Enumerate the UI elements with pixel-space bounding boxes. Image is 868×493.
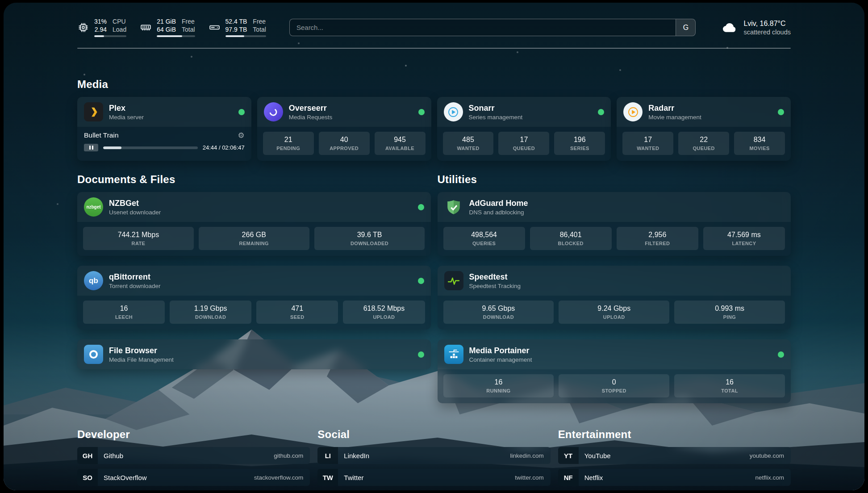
now-playing-title: Bullet Train bbox=[84, 131, 119, 139]
cpu-widget: 31% CPU 2.94 Load bbox=[77, 18, 126, 37]
search-input[interactable] bbox=[289, 19, 696, 36]
memory-total-value: 64 GiB bbox=[157, 26, 176, 33]
disk-usage-bar bbox=[225, 35, 266, 37]
pause-button[interactable] bbox=[84, 144, 98, 151]
bookmark-abbr: YT bbox=[558, 447, 579, 464]
service-link-filebrowser[interactable]: File Browser Media File Management bbox=[77, 339, 431, 369]
disk-widget: 52.4 TB Free 97.9 TB Total bbox=[209, 18, 266, 37]
service-meta: qBittorrent Torrent downloader bbox=[109, 272, 161, 290]
search-box: G bbox=[289, 19, 696, 36]
search-provider-button[interactable]: G bbox=[676, 19, 695, 36]
bookmark-twitter[interactable]: TW Twitter twitter.com bbox=[317, 469, 550, 486]
service-link-portainer[interactable]: Media Portainer Container management bbox=[438, 339, 791, 369]
sonarr-icon bbox=[444, 102, 463, 121]
section-title-entertainment: Entertainment bbox=[558, 428, 791, 441]
service-subtitle: Series management bbox=[469, 113, 523, 121]
service-link-qbittorrent[interactable]: qb qBittorrent Torrent downloader bbox=[77, 266, 431, 296]
service-card-adguard: AdGuard Home DNS and adblocking 498,564 … bbox=[438, 192, 791, 256]
bookmark-netflix[interactable]: NF Netflix netflix.com bbox=[558, 469, 791, 486]
player-row: 24:44 / 02:06:47 bbox=[77, 141, 251, 158]
disk-total-label: Total bbox=[253, 26, 266, 33]
service-meta: Overseerr Media Requests bbox=[289, 103, 333, 121]
bookmark-abbr: GH bbox=[77, 447, 98, 464]
status-dot bbox=[418, 278, 424, 284]
stat-box: 498,564 QUERIES bbox=[443, 227, 525, 250]
service-title: File Browser bbox=[109, 346, 174, 355]
stat-box: 47.569 ms LATENCY bbox=[703, 227, 785, 250]
stat-box: 21 PENDING bbox=[263, 132, 314, 155]
service-link-plex[interactable]: Plex Media server bbox=[77, 97, 251, 127]
stat-box: 9.65 Gbps DOWNLOAD bbox=[443, 301, 554, 324]
status-dot bbox=[418, 351, 424, 358]
bookmark-domain: youtube.com bbox=[750, 452, 791, 459]
cpu-percent: 31% bbox=[94, 18, 107, 25]
bookmark-abbr: NF bbox=[558, 469, 579, 486]
service-link-nzbget[interactable]: nzbget NZBGet Usenet downloader bbox=[77, 192, 431, 222]
disk-free-label: Free bbox=[253, 18, 266, 25]
stat-box: 196 SERIES bbox=[554, 132, 605, 155]
bookmark-group-developer: Developer GH Github github.com SO StackO… bbox=[77, 428, 310, 490]
dashboard-screen: 31% CPU 2.94 Load bbox=[4, 3, 864, 490]
topbar-divider bbox=[77, 48, 791, 49]
service-title: Media Portainer bbox=[469, 346, 532, 355]
service-link-sonarr[interactable]: Sonarr Series management bbox=[437, 97, 611, 127]
settings-gear-icon[interactable]: ⚙ bbox=[238, 132, 245, 139]
service-link-adguard[interactable]: AdGuard Home DNS and adblocking bbox=[438, 192, 791, 222]
status-dot bbox=[778, 109, 784, 115]
service-subtitle: Speedtest Tracking bbox=[469, 282, 521, 290]
service-title: AdGuard Home bbox=[469, 198, 528, 208]
resource-widgets: 31% CPU 2.94 Load bbox=[77, 18, 266, 37]
bookmark-github[interactable]: GH Github github.com bbox=[77, 447, 310, 464]
hard-drive-icon bbox=[209, 21, 221, 33]
topbar: 31% CPU 2.94 Load bbox=[77, 18, 791, 37]
bookmark-abbr: LI bbox=[317, 447, 338, 464]
section-title-documents: Documents & Files bbox=[77, 173, 431, 186]
stat-box: 744.21 Mbps RATE bbox=[83, 227, 194, 250]
stat-box: 945 AVAILABLE bbox=[375, 132, 426, 155]
snow-specks bbox=[4, 3, 4, 4]
service-card-qbittorrent: qb qBittorrent Torrent downloader 16 LEE… bbox=[77, 266, 431, 330]
adguard-shield-icon bbox=[444, 197, 463, 217]
weather-widget: Lviv, 16.87°C scattered clouds bbox=[722, 19, 791, 36]
bookmark-youtube[interactable]: YT YouTube youtube.com bbox=[558, 447, 791, 464]
service-card-portainer: Media Portainer Container management 16 … bbox=[438, 339, 791, 403]
service-link-speedtest[interactable]: Speedtest Speedtest Tracking bbox=[438, 266, 791, 296]
stat-box: 17 WANTED bbox=[622, 132, 673, 155]
bookmark-group-entertainment: Entertainment YT YouTube youtube.com NF … bbox=[558, 428, 791, 490]
cpu-usage-bar bbox=[94, 35, 126, 37]
service-stats: 498,564 QUERIES 86,401 BLOCKED 2,956 FIL… bbox=[438, 222, 791, 256]
service-link-radarr[interactable]: Radarr Movie management bbox=[617, 97, 791, 127]
stat-box: 16 RUNNING bbox=[443, 374, 554, 397]
qbittorrent-icon: qb bbox=[84, 271, 103, 290]
bookmarks-row: Developer GH Github github.com SO StackO… bbox=[77, 428, 791, 490]
weather-text: Lviv, 16.87°C scattered clouds bbox=[743, 19, 791, 36]
bookmark-stackoverflow[interactable]: SO StackOverflow stackoverflow.com bbox=[77, 469, 310, 486]
bookmark-name: Github bbox=[98, 452, 123, 460]
service-subtitle: Torrent downloader bbox=[109, 282, 161, 290]
portainer-crane-icon bbox=[444, 345, 463, 364]
service-card-radarr: Radarr Movie management 17 WANTED 22 QUE… bbox=[617, 97, 791, 161]
service-meta: Plex Media server bbox=[109, 103, 144, 121]
memory-usage-bar bbox=[157, 35, 195, 37]
section-title-social: Social bbox=[317, 428, 550, 441]
now-playing-row: Bullet Train ⚙ bbox=[77, 127, 251, 141]
speedtest-pulse-icon bbox=[444, 271, 463, 290]
service-title: Overseerr bbox=[289, 103, 333, 113]
disk-total-value: 97.9 TB bbox=[225, 26, 247, 33]
stat-box: 86,401 BLOCKED bbox=[530, 227, 612, 250]
playback-progress-bar[interactable] bbox=[103, 146, 198, 149]
bookmark-domain: github.com bbox=[274, 452, 310, 459]
bookmark-linkedin[interactable]: LI LinkedIn linkedin.com bbox=[317, 447, 550, 464]
bookmark-domain: stackoverflow.com bbox=[254, 474, 310, 481]
cpu-icon bbox=[77, 21, 89, 33]
stat-box: 39.6 TB DOWNLOADED bbox=[314, 227, 425, 250]
service-title: Sonarr bbox=[469, 103, 523, 113]
section-title-utilities: Utilities bbox=[438, 173, 791, 186]
section-utilities: Utilities AdGuard Home DNS and adblockin… bbox=[438, 173, 791, 403]
bookmark-domain: twitter.com bbox=[515, 474, 551, 481]
stat-box: 40 APPROVED bbox=[319, 132, 370, 155]
service-stats: 16 RUNNING 0 STOPPED 16 TOTAL bbox=[438, 369, 791, 403]
service-stats: 744.21 Mbps RATE 266 GB REMAINING 39.6 T… bbox=[77, 222, 431, 256]
service-link-overseerr[interactable]: Overseerr Media Requests bbox=[257, 97, 431, 127]
stat-box: 471 SEED bbox=[256, 301, 338, 324]
